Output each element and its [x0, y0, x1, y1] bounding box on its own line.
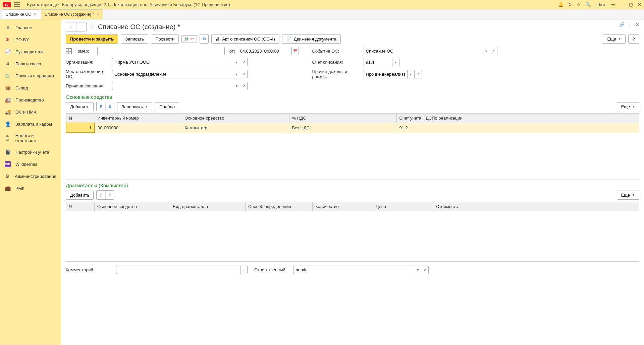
close-icon[interactable]: × [34, 12, 37, 17]
cell-name[interactable]: Компьютер [182, 123, 289, 133]
chevron-down-icon[interactable]: ▾ [233, 58, 240, 66]
col-method[interactable]: Способ определения [246, 202, 313, 211]
date-input[interactable] [238, 47, 291, 55]
user-label[interactable]: admin [595, 2, 606, 7]
maximize-icon[interactable]: ▢ [629, 2, 633, 7]
location-input[interactable] [112, 70, 233, 78]
comment-input[interactable] [116, 266, 240, 274]
col-name[interactable]: Основное средство [182, 114, 289, 123]
fill-button[interactable]: Заполнить▼ [117, 102, 152, 111]
sidebar-item-rmk[interactable]: 💼РМК [0, 182, 61, 194]
os-more-button[interactable]: Еще▼ [617, 102, 639, 111]
print-act-button[interactable]: Акт о списании ОС (ОС-4) [211, 34, 279, 44]
metals-more-button[interactable]: Еще▼ [617, 191, 639, 200]
col-inv[interactable]: Инвентарный номер [95, 114, 182, 123]
org-label: Организация: [66, 60, 109, 65]
nav-forward-button[interactable]: → [76, 22, 86, 31]
tab-item[interactable]: Списание ОС (создание) * × [41, 9, 103, 19]
sidebar-item-warehouse[interactable]: 📦Склад [0, 82, 61, 94]
sidebar-item-settings[interactable]: 📓Настройки учета [0, 146, 61, 158]
col-os[interactable]: Основное средство [95, 202, 170, 211]
star-icon[interactable]: ☆ [89, 23, 95, 31]
sidebar-item-manager[interactable]: 📈Руководителю [0, 46, 61, 58]
add-metal-button[interactable]: Добавить [66, 191, 94, 200]
structure-button[interactable]: ⧉ [200, 34, 209, 44]
col-qty[interactable]: Количество [313, 202, 373, 211]
metals-grid-body[interactable] [66, 211, 639, 262]
number-input[interactable] [97, 47, 225, 55]
org-input[interactable] [112, 58, 233, 66]
cell-n[interactable]: 1 [66, 123, 95, 133]
close-icon[interactable]: × [97, 12, 99, 17]
chevron-down-icon[interactable]: ▾ [414, 266, 421, 274]
favorite-icon[interactable]: ☆ [577, 2, 581, 7]
table-row[interactable]: 1 00-000008 Компьютер Без НДС 91.2 [66, 123, 639, 133]
sidebar-item-salary[interactable]: 👤Зарплата и кадры [0, 118, 61, 130]
nav-back-button[interactable]: ← [66, 22, 76, 31]
responsible-label: Ответственный: [254, 267, 286, 272]
kebab-icon[interactable]: ⋮ [628, 22, 632, 27]
move-down-button[interactable]: ⬇ [105, 102, 114, 111]
col-acct[interactable]: Счет учета НДСПо реализации [396, 114, 639, 123]
open-icon[interactable]: ↗ [490, 47, 497, 55]
sidebar-item-assets[interactable]: 🚚ОС и НМА [0, 106, 61, 118]
search-icon[interactable]: 🔍 [585, 2, 591, 7]
chevron-down-icon[interactable]: ▾ [233, 82, 240, 90]
col-n[interactable]: N [66, 202, 95, 211]
settings-lines-icon[interactable]: ☰ [611, 2, 615, 7]
post-button[interactable]: Провести [151, 34, 179, 44]
minimize-icon[interactable]: — [620, 2, 624, 7]
sidebar-item-poby[interactable]: ✱PO.BY [0, 33, 61, 46]
help-button[interactable]: ? [628, 34, 639, 44]
main-menu-icon[interactable] [14, 2, 20, 7]
event-input[interactable] [364, 47, 483, 55]
os-grid-body[interactable] [66, 133, 639, 180]
post-and-close-button[interactable]: Провести и закрыть [66, 34, 118, 44]
open-icon[interactable]: ↗ [415, 70, 422, 78]
col-kind[interactable]: Вид драгметалла [170, 202, 246, 211]
chevron-down-icon[interactable]: ▾ [407, 70, 415, 78]
add-os-button[interactable]: Добавить [66, 102, 94, 111]
open-icon[interactable]: ↗ [240, 70, 248, 78]
chevron-down-icon[interactable]: ▾ [233, 70, 240, 78]
record-button[interactable]: Записать [121, 34, 148, 44]
responsible-input[interactable] [293, 266, 414, 274]
close-window-icon[interactable]: ✕ [638, 2, 641, 7]
grid-icon[interactable] [66, 48, 72, 54]
col-cost[interactable]: Стоимость [433, 202, 639, 211]
open-icon[interactable]: ↗ [421, 266, 429, 274]
col-vat[interactable]: % НДС [289, 114, 396, 123]
more-button[interactable]: Еще▼ [603, 34, 625, 44]
move-up-button[interactable]: ⬆ [97, 102, 105, 111]
open-icon[interactable]: ↗ [240, 58, 248, 66]
sidebar-item-production[interactable]: 🏭Производство [0, 94, 61, 106]
sidebar-item-sales[interactable]: 🛒Покупки и продажи [0, 70, 61, 82]
cell-acct[interactable]: 91.2 [396, 123, 639, 133]
col-price[interactable]: Цена [373, 202, 433, 211]
ellipsis-icon[interactable]: … [240, 266, 248, 274]
sidebar-item-main[interactable]: ≡Главное [0, 21, 61, 33]
tab-item[interactable]: Списание ОС × [2, 9, 40, 19]
bell-icon[interactable]: 🔔 [558, 2, 564, 7]
link-icon[interactable]: 🔗 [619, 22, 625, 27]
chevron-down-icon[interactable]: ▾ [483, 47, 490, 55]
reason-input[interactable] [112, 82, 233, 90]
calendar-icon[interactable]: 📅 [291, 47, 299, 55]
cell-vat[interactable]: Без НДС [289, 123, 396, 133]
other-income-input[interactable] [364, 70, 407, 78]
open-icon[interactable]: ↗ [240, 82, 248, 90]
cell-inv[interactable]: 00-000008 [95, 123, 182, 133]
sidebar-item-bank[interactable]: ₽Банк и касса [0, 58, 61, 70]
sidebar-item-tax[interactable]: ДтКтНалоги и отчетность [0, 130, 61, 146]
close-page-icon[interactable]: ✕ [636, 22, 639, 27]
history-icon[interactable]: ↻ [568, 2, 572, 7]
sidebar-item-admin[interactable]: ⚙Администрирование [0, 170, 61, 182]
writeoff-acct-input[interactable] [364, 58, 392, 66]
chevron-down-icon[interactable]: ▾ [392, 58, 399, 66]
box-icon: 📦 [5, 85, 11, 91]
pick-button[interactable]: Подбор [155, 102, 179, 111]
dtkt-button[interactable]: ДтКт [181, 35, 197, 43]
movements-button[interactable]: Движения документа [282, 34, 341, 44]
sidebar-item-wildberries[interactable]: WBWildberries [0, 158, 61, 170]
col-n[interactable]: N [66, 114, 95, 123]
